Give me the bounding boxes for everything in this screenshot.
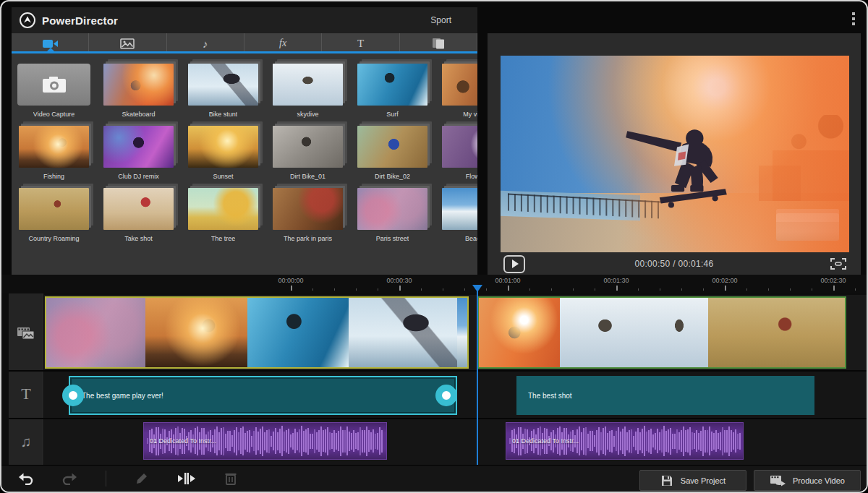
media-item: The tree xyxy=(181,188,265,250)
timeline: T ♫ The best game play ever!The best sho… xyxy=(1,293,868,468)
media-thumbnail-skateboard[interactable] xyxy=(103,64,174,106)
ruler-tick xyxy=(378,288,378,291)
undo-button[interactable] xyxy=(19,472,33,485)
ruler-tick xyxy=(291,286,292,291)
delete-button[interactable] xyxy=(225,472,237,485)
trim-handle-left[interactable] xyxy=(62,385,84,406)
preview-controls: 00:00:50 / 00:01:46 xyxy=(488,253,861,275)
audio-track-icon: ♫ xyxy=(9,419,43,464)
media-thumbnail-skydive[interactable] xyxy=(273,64,343,106)
ruler-tick xyxy=(486,288,487,291)
media-thumbnail-myvideo[interactable] xyxy=(442,64,477,106)
ruler-tick xyxy=(595,288,595,291)
media-thumbnail-sunset[interactable] xyxy=(188,126,258,168)
save-project-button[interactable]: Save Project xyxy=(639,470,746,491)
track-divider xyxy=(9,418,868,419)
redo-button[interactable] xyxy=(62,472,77,485)
clip-frame-skatesunset xyxy=(479,298,560,367)
audio-clip-label: 01 Dedicated To Instr... xyxy=(512,437,579,445)
media-thumbnail-tree[interactable] xyxy=(188,188,258,230)
split-button[interactable] xyxy=(177,472,196,485)
ruler-tick xyxy=(812,288,812,291)
transitions-icon xyxy=(431,38,446,49)
audio-clip[interactable]: 01 Dedicated To Instr... xyxy=(506,422,744,460)
media-label: Beach... xyxy=(465,235,477,242)
video-track[interactable] xyxy=(44,295,868,370)
ruler-timecode: 00:02:30 xyxy=(808,277,859,284)
photo-icon xyxy=(120,38,135,49)
media-thumbnail-country[interactable] xyxy=(19,188,89,230)
ruler-tick xyxy=(508,286,509,291)
media-thumbnail-dirtbike2[interactable] xyxy=(357,126,427,168)
ruler-timecode: 00:02:00 xyxy=(699,277,750,284)
media-thumbnail-beach[interactable] xyxy=(442,188,477,230)
tab-effects[interactable]: fx xyxy=(244,33,322,53)
media-thumbnail-surf[interactable] xyxy=(357,64,427,106)
media-label: Surf xyxy=(386,111,399,118)
tab-transitions[interactable] xyxy=(400,33,477,53)
media-thumbnail-fishing[interactable] xyxy=(19,126,89,168)
camera-icon xyxy=(41,75,67,94)
ruler-tick xyxy=(681,288,682,291)
tab-music[interactable]: ♪ xyxy=(167,33,244,53)
video-capture-button[interactable] xyxy=(17,64,90,106)
produce-video-button[interactable]: Produce Video xyxy=(754,470,861,491)
title-clip[interactable]: The best game play ever! xyxy=(69,376,457,415)
bottom-toolbar: Save Project Produce Video xyxy=(1,465,868,492)
ruler-tick xyxy=(833,286,835,291)
fx-icon: fx xyxy=(279,38,286,49)
preview-panel: 00:00:50 / 00:01:46 xyxy=(488,33,861,275)
ruler-tick xyxy=(703,288,704,291)
ruler-tick xyxy=(768,288,769,291)
media-thumbnail-takeshot[interactable] xyxy=(103,188,174,230)
audio-track[interactable]: 01 Dedicated To Instr...01 Dedicated To … xyxy=(44,419,868,466)
ruler-tick xyxy=(616,286,618,291)
timeline-ruler[interactable]: 00:00:0000:00:3000:01:0000:01:3000:02:00… xyxy=(1,275,868,293)
media-label: Dirt Bike_01 xyxy=(290,173,326,180)
playhead-line[interactable] xyxy=(477,285,478,468)
toolbar-divider xyxy=(106,471,106,486)
redo-icon xyxy=(62,472,77,485)
tab-photos[interactable] xyxy=(89,33,166,53)
title-clip[interactable]: The best shot xyxy=(516,376,814,415)
video-capture-item: Video Capture xyxy=(12,64,96,126)
media-item: Skateboard xyxy=(96,64,181,126)
ruler-tick xyxy=(443,288,443,291)
edit-button[interactable] xyxy=(135,472,148,485)
media-thumbnail-clubdj[interactable] xyxy=(103,126,174,168)
ruler-tick xyxy=(421,288,422,291)
video-clip[interactable] xyxy=(45,296,469,369)
music-note-icon: ♪ xyxy=(203,38,208,49)
media-label: Country Roaming xyxy=(28,235,79,242)
library-tab-bar: ♪ fx T xyxy=(12,33,477,53)
trim-handle-right[interactable] xyxy=(435,385,457,406)
skateboarder-silhouette xyxy=(616,99,762,229)
media-thumbnail-parisstreet[interactable] xyxy=(357,188,427,230)
fullscreen-button[interactable] xyxy=(830,257,846,270)
text-track-icon: T xyxy=(9,370,43,418)
ruler-timecode: 00:00:00 xyxy=(265,277,316,284)
ruler-tick xyxy=(573,288,574,291)
preview-video[interactable] xyxy=(501,56,849,252)
title-clip-label: The best shot xyxy=(528,392,572,400)
media-label: Video Capture xyxy=(33,111,75,118)
video-clip[interactable] xyxy=(477,296,846,369)
media-item: skydive xyxy=(265,64,350,126)
audio-clip-label: 01 Dedicated To Instr... xyxy=(150,437,216,445)
media-label: skydive xyxy=(297,111,318,118)
media-thumbnail-flowers[interactable] xyxy=(442,126,477,168)
fullscreen-icon xyxy=(830,257,846,270)
produce-video-label: Produce Video xyxy=(793,476,845,485)
ruler-tick xyxy=(312,288,313,291)
text-track[interactable]: The best game play ever!The best shot xyxy=(44,372,868,419)
powerdirector-window: PowerDirector Sport ♪ fx T xyxy=(0,0,868,493)
tab-titles[interactable]: T xyxy=(322,33,399,53)
app-logo-icon[interactable] xyxy=(19,12,36,29)
media-thumbnail-dirtbike1[interactable] xyxy=(273,126,343,168)
media-item: Take shot xyxy=(96,188,181,250)
menu-kebab-icon[interactable] xyxy=(852,12,856,27)
media-thumbnail-parkparis[interactable] xyxy=(273,188,343,230)
media-thumbnail-bikestunt[interactable] xyxy=(188,64,258,106)
audio-clip[interactable]: 01 Dedicated To Instr... xyxy=(143,422,387,460)
ruler-tick xyxy=(746,288,747,291)
